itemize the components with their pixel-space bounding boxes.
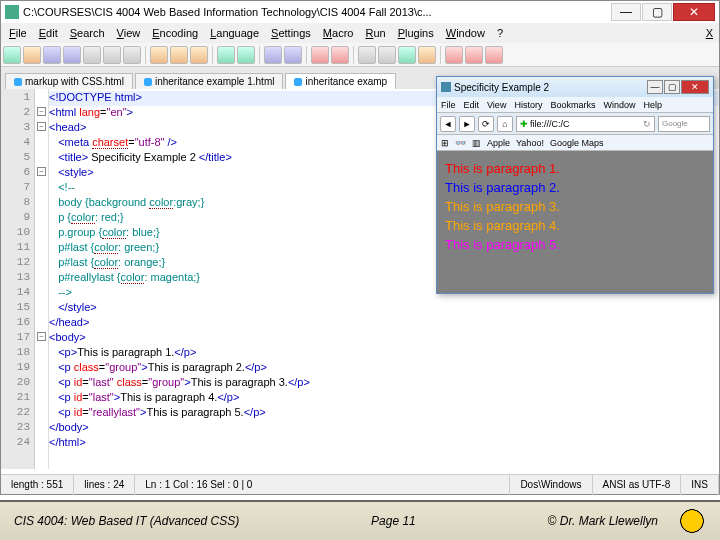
status-length: length : 551	[1, 475, 74, 495]
code-line-19[interactable]: <p class="group">This is paragraph 2.</p…	[49, 361, 719, 376]
url-field[interactable]: ✚ file:///C:/C ↻	[516, 116, 655, 132]
menu-window[interactable]: Window	[440, 25, 491, 41]
main-menubar: FileEditSearchViewEncodingLanguageSettin…	[1, 23, 719, 43]
search-field[interactable]: Google	[658, 116, 710, 132]
reload-icon[interactable]: ⟳	[478, 116, 494, 132]
browser-close-button[interactable]: ✕	[681, 80, 709, 94]
menu-plugins[interactable]: Plugins	[392, 25, 440, 41]
file-icon	[294, 78, 302, 86]
tab-inheritance-examp[interactable]: inheritance examp	[285, 73, 396, 89]
window-title: C:\COURSES\CIS 4004 Web Based Informatio…	[23, 6, 432, 18]
open-file-icon[interactable]	[23, 46, 41, 64]
ssl-icon: ✚	[520, 119, 528, 129]
status-encoding: ANSI as UTF-8	[593, 475, 682, 495]
menu-edit[interactable]: Edit	[33, 25, 64, 41]
browser-maximize-button[interactable]: ▢	[664, 80, 680, 94]
footer-page: Page 11	[253, 514, 533, 528]
browser-titlebar[interactable]: Specificity Example 2 — ▢ ✕	[437, 77, 713, 97]
code-line-20[interactable]: <p id="last" class="group">This is parag…	[49, 376, 719, 391]
reader-icon[interactable]: ↻	[643, 119, 651, 129]
browser-menu-file[interactable]: File	[437, 100, 460, 110]
file-icon	[144, 78, 152, 86]
zoom-out-icon[interactable]	[331, 46, 349, 64]
code-line-18[interactable]: <p>This is paragraph 1.</p>	[49, 346, 719, 361]
browser-menu-view[interactable]: View	[483, 100, 510, 110]
replace-icon[interactable]	[284, 46, 302, 64]
browser-menu-edit[interactable]: Edit	[460, 100, 484, 110]
fold-marker[interactable]: −	[37, 167, 46, 176]
status-mode: INS	[681, 475, 719, 495]
sidebar-icon[interactable]: ⊞	[441, 138, 449, 148]
menu-language[interactable]: Language	[204, 25, 265, 41]
main-titlebar[interactable]: C:\COURSES\CIS 4004 Web Based Informatio…	[1, 1, 719, 23]
browser-minimize-button[interactable]: —	[647, 80, 663, 94]
menu-settings[interactable]: Settings	[265, 25, 317, 41]
fold-marker[interactable]: −	[37, 107, 46, 116]
print-icon[interactable]	[123, 46, 141, 64]
browser-menu-history[interactable]: History	[510, 100, 546, 110]
browser-menu-window[interactable]: Window	[599, 100, 639, 110]
bookmark-google-maps[interactable]: Google Maps	[550, 138, 604, 148]
bookmarks-book-icon[interactable]: ▥	[472, 138, 481, 148]
code-line-16[interactable]: </head>	[49, 316, 719, 331]
menu-search[interactable]: Search	[64, 25, 111, 41]
paste-icon[interactable]	[190, 46, 208, 64]
tab-inheritance-example-1-html[interactable]: inheritance example 1.html	[135, 73, 284, 89]
menu-encoding[interactable]: Encoding	[146, 25, 204, 41]
tab-markup-with-CSS-html[interactable]: markup with CSS.html	[5, 73, 133, 89]
save-icon[interactable]	[43, 46, 61, 64]
code-line-23[interactable]: </body>	[49, 421, 719, 436]
forward-icon[interactable]: ►	[459, 116, 475, 132]
rendered-para-1: This is paragraph 1.	[445, 161, 705, 176]
browser-address-bar: ◄ ► ⟳ ⌂ ✚ file:///C:/C ↻ Google	[437, 113, 713, 135]
macro-play-icon[interactable]	[465, 46, 483, 64]
status-bar: length : 551 lines : 24 Ln : 1 Col : 16 …	[1, 474, 719, 494]
code-line-15[interactable]: </style>	[49, 301, 719, 316]
indent-guide-icon[interactable]	[398, 46, 416, 64]
fold-margin[interactable]: −−−−	[35, 89, 49, 469]
menu-macro[interactable]: Macro	[317, 25, 360, 41]
find-icon[interactable]	[264, 46, 282, 64]
maximize-button[interactable]: ▢	[642, 3, 672, 21]
rendered-para-4: This is paragraph 4.	[445, 218, 705, 233]
close-button[interactable]: ✕	[673, 3, 715, 21]
bookmark-apple[interactable]: Apple	[487, 138, 510, 148]
macro-record-icon[interactable]	[445, 46, 463, 64]
file-icon	[14, 78, 22, 86]
menu-run[interactable]: Run	[359, 25, 391, 41]
fold-marker[interactable]: −	[37, 122, 46, 131]
macro-stop-icon[interactable]	[485, 46, 503, 64]
minimize-button[interactable]: —	[611, 3, 641, 21]
status-eol: Dos\Windows	[510, 475, 592, 495]
menu-view[interactable]: View	[111, 25, 147, 41]
new-file-icon[interactable]	[3, 46, 21, 64]
bookmark-yahoo-[interactable]: Yahoo!	[516, 138, 544, 148]
code-line-17[interactable]: <body>	[49, 331, 719, 346]
close-file-icon[interactable]	[83, 46, 101, 64]
browser-menu-bookmarks[interactable]: Bookmarks	[546, 100, 599, 110]
menu-help[interactable]: ?	[491, 25, 509, 41]
code-line-22[interactable]: <p id="reallylast">This is paragraph 5.<…	[49, 406, 719, 421]
close-doc-button[interactable]: X	[700, 25, 717, 41]
redo-icon[interactable]	[237, 46, 255, 64]
zoom-in-icon[interactable]	[311, 46, 329, 64]
code-line-21[interactable]: <p id="last">This is paragraph 4.</p>	[49, 391, 719, 406]
code-line-24[interactable]: </html>	[49, 436, 719, 451]
show-symbols-icon[interactable]	[378, 46, 396, 64]
home-icon[interactable]: ⌂	[497, 116, 513, 132]
cut-icon[interactable]	[150, 46, 168, 64]
rendered-para-2: This is paragraph 2.	[445, 180, 705, 195]
folder-icon[interactable]	[418, 46, 436, 64]
browser-menu-help[interactable]: Help	[639, 100, 666, 110]
close-all-icon[interactable]	[103, 46, 121, 64]
reader-list-icon[interactable]: 👓	[455, 138, 466, 148]
browser-window[interactable]: Specificity Example 2 — ▢ ✕ FileEditView…	[436, 76, 714, 294]
back-icon[interactable]: ◄	[440, 116, 456, 132]
save-all-icon[interactable]	[63, 46, 81, 64]
copy-icon[interactable]	[170, 46, 188, 64]
fold-marker[interactable]: −	[37, 332, 46, 341]
undo-icon[interactable]	[217, 46, 235, 64]
wrap-icon[interactable]	[358, 46, 376, 64]
browser-menubar: FileEditViewHistoryBookmarksWindowHelp	[437, 97, 713, 113]
menu-file[interactable]: File	[3, 25, 33, 41]
